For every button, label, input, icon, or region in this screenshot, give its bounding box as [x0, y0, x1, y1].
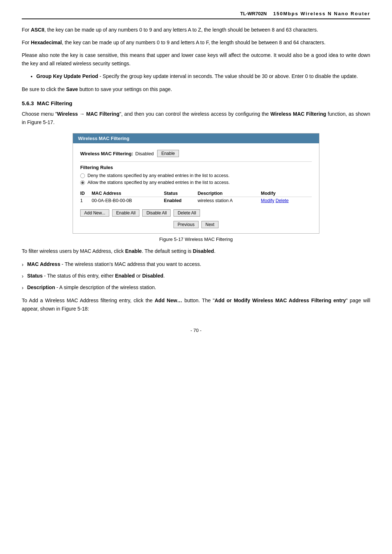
page-number: - 70 - [22, 328, 370, 333]
table-row: 1 00-0A-EB-B0-00-0B Enabled wireless sta… [80, 197, 312, 205]
enable-all-button[interactable]: Enable All [112, 209, 139, 217]
deny-radio-option[interactable]: Deny the stations specified by any enabl… [80, 173, 312, 178]
next-button[interactable]: Next [201, 221, 219, 228]
filtering-rules-title: Filtering Rules [80, 165, 312, 170]
row-id: 1 [80, 197, 91, 205]
arrow-text-mac: MAC Address - The wireless station's MAC… [27, 260, 201, 268]
mac-filter-row: Wireless MAC Filtering: Disabled Enable [80, 150, 312, 157]
hex-paragraph: For Hexadecimal, the key can be made up … [22, 38, 370, 47]
section-title: MAC Filtering [37, 100, 73, 106]
filter-description: To filter wireless users by MAC Address,… [22, 247, 370, 255]
header: TL-WR702N 150Mbps Wireless N Nano Router [22, 11, 370, 19]
figure-inner: Wireless MAC Filtering: Disabled Enable … [73, 143, 319, 233]
modify-link[interactable]: Modify [261, 198, 274, 203]
section-heading: 5.6.3 MAC Filtering [22, 100, 370, 106]
previous-button[interactable]: Previous [173, 221, 199, 228]
ascii-paragraph: For ASCII, the key can be made up of any… [22, 26, 370, 34]
add-note: To Add a Wireless MAC Address filtering … [22, 296, 370, 313]
mac-filter-label: Wireless MAC Filtering: [80, 151, 133, 156]
arrow-item-mac: › MAC Address - The wireless station's M… [22, 260, 370, 269]
arrow-icon-3: › [22, 284, 24, 292]
col-mac: MAC Address [91, 189, 164, 197]
col-modify: Modify [261, 189, 312, 197]
group-key-bullet: Group Key Update Period - Specify the gr… [36, 72, 370, 81]
disable-all-button[interactable]: Disable All [142, 209, 171, 217]
figure-caption: Figure 5-17 Wireless MAC Filtering [22, 237, 370, 242]
col-id: ID [80, 189, 91, 197]
enable-button[interactable]: Enable [157, 150, 179, 157]
col-status: Status [164, 189, 198, 197]
section-number: 5.6.3 [22, 100, 34, 106]
table-section: ID MAC Address Status Description Modify… [80, 189, 312, 204]
page: TL-WR702N 150Mbps Wireless N Nano Router… [0, 0, 392, 554]
arrow-text-desc: Description - A simple description of th… [27, 283, 156, 292]
allow-radio-option[interactable]: Allow the stations specified by any enab… [80, 180, 312, 185]
allow-text: Allow the stations specified by any enab… [87, 180, 230, 185]
delete-all-button[interactable]: Delete All [173, 209, 200, 217]
arrow-icon-1: › [22, 260, 24, 269]
arrow-item-status: › Status - The status of this entry, eit… [22, 272, 370, 280]
deny-text: Deny the stations specified by any enabl… [87, 173, 229, 178]
arrow-icon-2: › [22, 272, 24, 280]
row-modify-delete: Modify Delete [261, 197, 312, 205]
header-title: 150Mbps Wireless N Nano Router [273, 11, 370, 16]
delete-link[interactable]: Delete [275, 198, 289, 203]
nav-buttons-row: Previous Next [80, 221, 312, 228]
add-new-button[interactable]: Add New... [80, 209, 109, 217]
col-description: Description [197, 189, 261, 197]
mac-filter-status: Disabled [135, 151, 154, 156]
row-status: Enabled [164, 197, 198, 205]
allow-radio[interactable] [80, 180, 85, 185]
bullet-list: Group Key Update Period - Specify the gr… [36, 72, 370, 81]
row-description: wireless station A [197, 197, 261, 205]
divider-1 [80, 161, 312, 162]
table-header-row: ID MAC Address Status Description Modify [80, 189, 312, 197]
note-paragraph: Please also note the key is case sensiti… [22, 51, 370, 68]
figure-title-bar: Wireless MAC Filtering [73, 134, 319, 143]
arrow-item-desc: › Description - A simple description of … [22, 283, 370, 292]
deny-radio[interactable] [80, 173, 85, 178]
figure-box: Wireless MAC Filtering Wireless MAC Filt… [73, 133, 319, 234]
arrow-list: › MAC Address - The wireless station's M… [22, 260, 370, 292]
mac-table: ID MAC Address Status Description Modify… [80, 189, 312, 204]
header-model: TL-WR702N [240, 11, 267, 16]
action-buttons-row: Add New... Enable All Disable All Delete… [80, 209, 312, 217]
intro-text: Choose menu "Wireless → MAC Filtering", … [22, 110, 370, 127]
save-note: Be sure to click the Save button to save… [22, 85, 370, 94]
row-mac: 00-0A-EB-B0-00-0B [91, 197, 164, 205]
arrow-text-status: Status - The status of this entry, eithe… [27, 272, 165, 280]
figure-title: Wireless MAC Filtering [78, 136, 129, 141]
